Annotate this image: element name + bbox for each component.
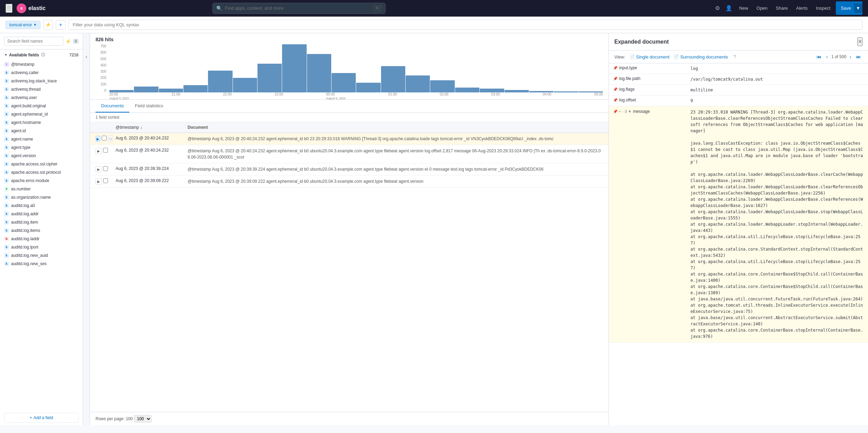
sidebar-collapse-button[interactable]: ‹ <box>83 33 90 425</box>
sidebar-field-item[interactable]: kagent.name <box>0 135 83 143</box>
row-checkbox[interactable] <box>103 166 108 171</box>
field-name: auditd.log.a0 <box>11 203 35 208</box>
view-options: View: 📄 Single document 📄 Surrounding do… <box>609 51 868 63</box>
share-button[interactable]: Share <box>773 4 791 12</box>
tab-field-statistics[interactable]: Field statistics <box>129 100 169 112</box>
sidebar-field-item[interactable]: kauditd.log.items <box>0 226 83 235</box>
hamburger-button[interactable]: ☰ <box>6 4 12 13</box>
row-checkbox[interactable] <box>102 136 107 141</box>
rows-per-page: Rows per page: 100 100 25 50 500 <box>90 412 608 425</box>
expand-row-button[interactable]: ▶ <box>96 166 102 172</box>
open-button[interactable]: Open <box>754 4 770 12</box>
row-action-button[interactable]: ⬡ <box>108 136 113 142</box>
sidebar-field-item[interactable]: kapache.error.module <box>0 177 83 185</box>
sidebar-field-item[interactable]: kactivemq.user <box>0 93 83 102</box>
rows-per-page-select[interactable]: 100 25 50 500 <box>134 415 152 423</box>
sidebar-field-item[interactable]: bauditd.log.laddr <box>0 235 83 243</box>
chart-bar <box>307 54 331 92</box>
add-filter-button[interactable]: + <box>56 20 65 30</box>
view-help-icon[interactable]: ? <box>733 54 736 59</box>
pin-field-icon[interactable]: 📌 <box>613 66 618 70</box>
sidebar-field-item[interactable]: kapache.access.ssl.cipher <box>0 160 83 168</box>
field-search-input[interactable] <box>4 37 63 46</box>
sidebar-field-item[interactable]: kagent.build.original <box>0 102 83 110</box>
pin-field-icon[interactable]: 📌 <box>613 76 618 81</box>
row-checkbox[interactable] <box>103 148 108 153</box>
table-row: ▶ Aug 6, 2023 @ 20:39:09.222 @timestamp … <box>90 175 608 188</box>
row-controls: ▶ <box>96 166 113 172</box>
first-doc-button[interactable]: ⏮ <box>815 53 823 60</box>
field-filter-icon[interactable]: ⚡ <box>65 39 71 44</box>
sidebar-field-item[interactable]: kagent.type <box>0 143 83 152</box>
center-content: 826 hits 700 600 500 400 300 200 100 0 2… <box>90 33 608 425</box>
surrounding-documents-view[interactable]: 📄 Surrounding documents <box>673 54 728 60</box>
prev-doc-button[interactable]: ‹ <box>825 53 829 60</box>
filter-options-button[interactable]: ⚡ <box>43 20 53 30</box>
exists-filter-icon[interactable]: ∃ <box>624 109 627 114</box>
alerts-button[interactable]: Alerts <box>793 4 810 12</box>
chart-bar <box>233 78 257 92</box>
sidebar-field-item[interactable]: kauditd.log.addr <box>0 210 83 218</box>
sidebar-field-item[interactable]: #as.number <box>0 185 83 193</box>
new-button[interactable]: New <box>736 4 751 12</box>
chart-bars <box>109 44 603 92</box>
add-field-button[interactable]: + Add a field <box>4 413 79 423</box>
user-icon[interactable]: 👤 <box>725 5 732 11</box>
sidebar-field-item[interactable]: kagent.version <box>0 152 83 160</box>
tab-documents[interactable]: Documents <box>96 100 129 112</box>
sidebar-field-item[interactable]: kagent.hostname <box>0 118 83 127</box>
index-pattern-badge[interactable]: tomcat-error ▼ <box>6 21 40 29</box>
sidebar-field-item[interactable]: kagent.id <box>0 127 83 135</box>
sidebar-field-item[interactable]: kauditd.log.a0 <box>0 201 83 210</box>
pin-field-icon[interactable]: 📌 <box>613 109 618 114</box>
row-controls: ▶ <box>96 148 113 154</box>
single-document-view[interactable]: 📄 Single document <box>630 54 670 60</box>
filter-out-icon[interactable]: - <box>622 109 623 114</box>
close-expanded-button[interactable]: × <box>857 37 862 46</box>
row-timestamp: Aug 6, 2023 @ 20:39:39.224 <box>116 166 185 171</box>
row-checkbox[interactable] <box>103 178 108 183</box>
global-search-input[interactable] <box>225 6 371 11</box>
chart-bar <box>134 87 158 92</box>
sidebar-field-item[interactable]: kactivemq.caller <box>0 69 83 77</box>
expand-row-button[interactable]: ▶ <box>96 148 102 154</box>
sidebar-field-item[interactable]: kauditd.log.new_ses <box>0 260 83 268</box>
pin-field-icon[interactable]: 📌 <box>613 98 618 102</box>
sidebar-field-item[interactable]: kactivemq.thread <box>0 85 83 93</box>
field-type-badge: k <box>4 220 9 225</box>
pin-field-icon[interactable]: 📌 <box>613 87 618 92</box>
chart-bar <box>505 90 529 92</box>
sidebar-field-item[interactable]: kapache.access.ssl.protocol <box>0 168 83 177</box>
sidebar-field-item[interactable]: kauditd.log.lport <box>0 243 83 251</box>
sidebar-field-item[interactable]: kauditd.log.new_auid <box>0 251 83 260</box>
available-fields-help-icon[interactable]: ⓘ <box>41 52 45 57</box>
field-name: agent.type <box>11 145 30 150</box>
settings-icon[interactable]: ⚙ <box>715 5 720 11</box>
expand-row-button[interactable]: ▶ <box>96 178 102 184</box>
kql-input[interactable] <box>68 20 862 30</box>
last-doc-button[interactable]: ⏭ <box>855 53 862 60</box>
sidebar-field-item[interactable]: kauditd.log.item <box>0 218 83 226</box>
field-name: auditd.log.item <box>11 220 38 225</box>
save-dropdown-icon[interactable]: ▼ <box>854 3 862 13</box>
filter-in-icon[interactable]: + <box>619 109 621 114</box>
next-doc-button[interactable]: › <box>848 53 853 60</box>
view-label: View: <box>614 54 625 60</box>
save-button[interactable]: Save ▼ <box>836 1 862 15</box>
sidebar-field-item[interactable]: kactivemq.log.stack_trace <box>0 77 83 85</box>
field-name: agent.version <box>11 153 36 158</box>
available-fields-arrow[interactable]: ▼ <box>4 53 8 57</box>
field-value-cell: 23 20:29:33.018 WARNING [Thread-3] org.a… <box>686 106 868 343</box>
sidebar-field-item[interactable]: kagent.ephemeral_id <box>0 110 83 118</box>
field-type-badge: k <box>4 103 9 108</box>
sidebar-field-item[interactable]: kas.organization.name <box>0 193 83 201</box>
surrounding-docs-icon: 📄 <box>673 54 679 59</box>
inspect-button[interactable]: Inspect <box>813 4 833 12</box>
collapse-icon[interactable]: ▼ <box>628 109 632 114</box>
sidebar-field-item[interactable]: t@timestamp <box>0 60 83 69</box>
expand-row-button[interactable]: ▶ <box>96 136 100 142</box>
timestamp-column-header[interactable]: @timestamp ↓ <box>116 125 185 130</box>
field-name: auditd.log.new_ses <box>11 261 47 266</box>
surrounding-docs-label: Surrounding documents <box>680 54 728 60</box>
available-fields-count: 7216 <box>69 53 79 57</box>
